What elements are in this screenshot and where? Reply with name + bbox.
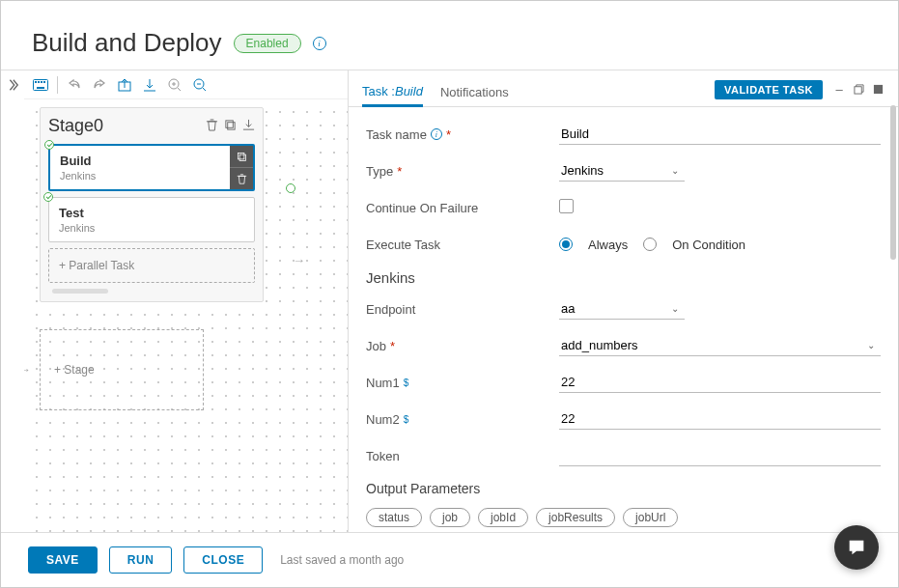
detail-panel: Task :Build Notifications VALIDATE TASK … [349, 70, 898, 532]
svg-rect-2 [38, 81, 40, 83]
close-button[interactable]: CLOSE [183, 546, 263, 574]
status-badge: Enabled [234, 34, 301, 53]
keyboard-icon[interactable] [30, 74, 51, 96]
task-card-subtitle: Jenkins [60, 170, 243, 182]
output-params-heading: Output Parameters [366, 481, 881, 496]
delete-task-icon[interactable] [230, 168, 253, 189]
add-stage-placeholder[interactable]: → + Stage [40, 329, 204, 410]
export-icon[interactable] [114, 74, 135, 96]
add-parallel-task[interactable]: + Parallel Task [48, 248, 255, 283]
toolbar-separator [57, 76, 58, 94]
type-label: Type [366, 164, 393, 179]
tab-task[interactable]: Task :Build [362, 78, 423, 107]
expand-sidebar-handle[interactable] [1, 70, 24, 532]
stage-title: Stage0 [48, 116, 103, 136]
task-card-title: Build [60, 154, 243, 168]
execute-condition-label: On Condition [672, 238, 745, 252]
zoom-in-icon[interactable] [164, 74, 185, 96]
endpoint-select[interactable] [559, 298, 685, 320]
tab-notifications[interactable]: Notifications [440, 79, 509, 105]
execute-always-radio[interactable] [559, 238, 573, 251]
num1-label: Num1 [366, 376, 400, 390]
copy-task-icon[interactable] [230, 146, 253, 168]
canvas-toolbar [24, 70, 348, 99]
run-button[interactable]: RUN [109, 546, 173, 574]
svg-rect-3 [41, 81, 42, 83]
chip-jobresults[interactable]: jobResults [536, 508, 615, 527]
svg-rect-4 [43, 81, 45, 83]
execute-always-label: Always [588, 238, 628, 252]
task-status-check-icon [44, 140, 54, 150]
svg-rect-13 [854, 87, 860, 94]
validate-task-button[interactable]: VALIDATE TASK [715, 80, 823, 99]
detail-body: Task name i * Type * ⌄ Continue On Failu… [349, 107, 898, 532]
add-stage-label: + Stage [54, 363, 95, 377]
task-card-subtitle: Jenkins [59, 222, 244, 234]
chat-widget-button[interactable] [834, 525, 879, 570]
stage-box[interactable]: Stage0 Build Jenkins [40, 107, 264, 302]
footer: SAVE RUN CLOSE Last saved a month ago [1, 532, 898, 587]
svg-rect-12 [239, 154, 245, 160]
redo-icon[interactable] [89, 74, 110, 96]
chip-status[interactable]: status [366, 508, 422, 527]
task-card-build[interactable]: Build Jenkins [48, 144, 255, 191]
task-card-test[interactable]: Test Jenkins [48, 197, 255, 242]
continue-on-failure-checkbox[interactable] [559, 199, 574, 213]
svg-rect-9 [226, 120, 233, 126]
output-chips: status job jobId jobResults jobUrl [366, 508, 881, 527]
svg-rect-10 [228, 122, 235, 128]
page-header: Build and Deploy Enabled i [1, 1, 898, 70]
execute-label: Execute Task [366, 238, 440, 252]
panel-scrollbar[interactable] [890, 105, 896, 260]
task-status-check-icon [43, 192, 53, 202]
arrow-right-icon: → [24, 363, 31, 377]
type-select[interactable] [559, 160, 685, 182]
delete-stage-icon[interactable] [206, 119, 218, 134]
task-name-label: Task name [366, 127, 427, 142]
zoom-out-icon[interactable] [189, 74, 211, 96]
maximize-panel-icon[interactable] [871, 83, 885, 97]
chip-job[interactable]: job [430, 508, 470, 527]
svg-rect-1 [35, 81, 37, 83]
endpoint-label: Endpoint [366, 302, 415, 317]
minimize-panel-icon[interactable]: – [832, 83, 846, 97]
save-button[interactable]: SAVE [28, 546, 98, 574]
task-card-title: Test [59, 206, 244, 220]
chip-joburl[interactable]: jobUrl [623, 508, 678, 527]
download-stage-icon[interactable] [242, 119, 255, 134]
continue-label: Continue On Failure [366, 201, 478, 215]
pipeline-canvas[interactable]: Stage0 Build Jenkins [24, 99, 348, 532]
info-icon[interactable]: i [313, 37, 326, 50]
chip-jobid[interactable]: jobId [478, 508, 528, 527]
num2-label: Num2 [366, 412, 400, 427]
info-icon[interactable]: i [431, 128, 442, 140]
stage-scrollbar[interactable] [52, 289, 108, 294]
import-icon[interactable] [139, 74, 160, 96]
undo-icon[interactable] [64, 74, 85, 96]
page-title: Build and Deploy [32, 28, 222, 58]
arrow-right-icon: → [293, 253, 305, 267]
token-label: Token [366, 449, 400, 463]
task-name-input[interactable] [559, 124, 881, 145]
token-input[interactable] [559, 445, 881, 466]
job-label: Job [366, 339, 386, 353]
num1-input[interactable] [559, 372, 881, 393]
copy-stage-icon[interactable] [224, 119, 237, 134]
execute-condition-radio[interactable] [643, 238, 657, 251]
jenkins-heading: Jenkins [366, 269, 881, 286]
svg-rect-5 [37, 87, 44, 89]
num2-input[interactable] [559, 408, 881, 430]
svg-rect-14 [873, 85, 882, 94]
pipeline-canvas-area: Stage0 Build Jenkins [24, 70, 349, 532]
stage-connector [286, 183, 295, 193]
last-saved-status: Last saved a month ago [280, 553, 404, 567]
restore-panel-icon[interactable] [852, 83, 865, 97]
job-select[interactable] [559, 335, 881, 356]
svg-rect-11 [238, 153, 243, 158]
detail-tabs: Task :Build Notifications VALIDATE TASK … [349, 70, 898, 107]
